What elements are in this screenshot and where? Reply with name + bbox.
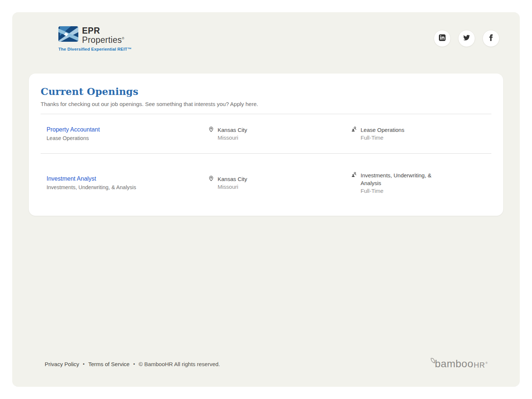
- facebook-button[interactable]: [482, 30, 499, 47]
- job-employment-type: Full-Time: [361, 187, 441, 195]
- logo-line2: Properties®: [82, 36, 125, 44]
- header: EPR Properties® The Diversified Experien…: [12, 12, 520, 51]
- footer: Privacy Policy • Terms of Service • © Ba…: [45, 359, 499, 369]
- separator-dot: •: [133, 361, 135, 367]
- facebook-icon: [488, 34, 494, 42]
- epr-logo-text: EPR Properties®: [82, 26, 125, 44]
- logo-tagline: The Diversified Experiential REIT™: [58, 47, 132, 51]
- terms-of-service-link[interactable]: Terms of Service: [88, 361, 130, 367]
- linkedin-button[interactable]: [434, 30, 451, 47]
- twitter-button[interactable]: [458, 30, 475, 47]
- bamboo-leaf-icon: [430, 358, 436, 365]
- department-people-icon: [351, 126, 357, 134]
- linkedin-icon: [439, 34, 446, 42]
- job-location-state: Missouri: [218, 134, 247, 141]
- job-row-investment-analyst[interactable]: Investment Analyst Investments, Underwri…: [29, 154, 503, 212]
- twitter-icon: [463, 34, 470, 42]
- bamboo-registered-mark: ®: [485, 361, 488, 365]
- job-location-city: Kansas City: [218, 126, 247, 134]
- job-title-link[interactable]: Investment Analyst: [47, 175, 96, 182]
- job-title-link[interactable]: Property Accountant: [47, 126, 100, 133]
- company-logo: EPR Properties® The Diversified Experien…: [58, 26, 132, 51]
- job-department: Lease Operations: [361, 126, 404, 134]
- legal-links: Privacy Policy • Terms of Service • © Ba…: [45, 361, 220, 367]
- copyright-text: © BambooHR All rights reserved.: [139, 361, 220, 367]
- logo-line1: EPR: [82, 27, 125, 35]
- department-people-icon: [351, 171, 357, 179]
- bamboo-wordmark: bamboo: [435, 359, 473, 369]
- registered-mark: ®: [122, 37, 125, 40]
- job-location-state: Missouri: [218, 183, 247, 191]
- job-subtitle: Lease Operations: [47, 135, 208, 141]
- social-links: [434, 30, 499, 47]
- separator-dot: •: [83, 361, 85, 367]
- bamboo-hr-text: HR: [474, 361, 485, 369]
- job-employment-type: Full-Time: [361, 134, 404, 141]
- location-pin-icon: [208, 126, 214, 134]
- job-location-city: Kansas City: [218, 175, 247, 183]
- location-pin-icon: [208, 175, 214, 183]
- epr-logo-icon: [58, 26, 78, 42]
- privacy-policy-link[interactable]: Privacy Policy: [45, 361, 79, 367]
- job-row-property-accountant[interactable]: Property Accountant Lease Operations Kan…: [29, 114, 503, 153]
- careers-page: EPR Properties® The Diversified Experien…: [12, 12, 520, 387]
- openings-intro: Thanks for checking out our job openings…: [41, 101, 491, 107]
- bamboohr-logo: bamboo HR ®: [430, 359, 499, 369]
- job-department: Investments, Underwriting, & Analysis: [361, 171, 441, 187]
- page-title: Current Openings: [41, 86, 491, 97]
- current-openings-card: Current Openings Thanks for checking out…: [29, 74, 503, 216]
- job-subtitle: Investments, Underwriting, & Analysis: [47, 184, 208, 190]
